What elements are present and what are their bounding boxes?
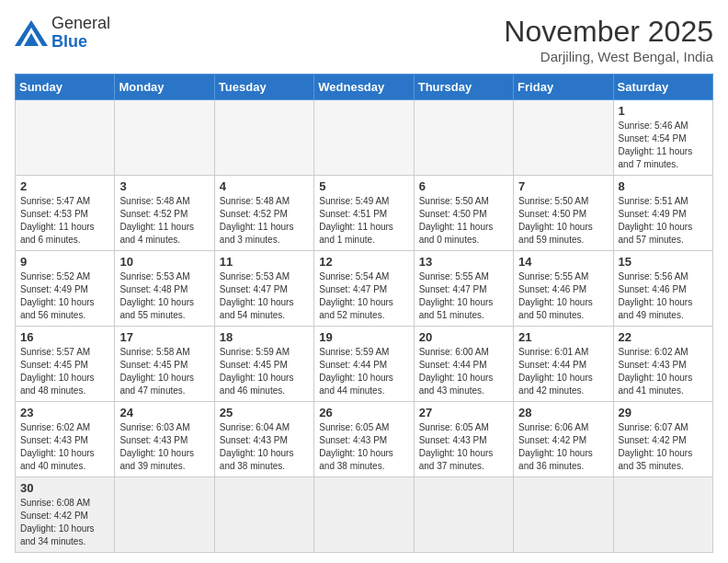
- calendar-table: SundayMondayTuesdayWednesdayThursdayFrid…: [15, 74, 713, 553]
- day-info: Sunrise: 6:00 AM Sunset: 4:44 PM Dayligh…: [419, 346, 508, 397]
- calendar-day-1-3: 5Sunrise: 5:49 AM Sunset: 4:51 PM Daylig…: [314, 176, 414, 251]
- day-number: 19: [319, 330, 408, 344]
- calendar-day-0-2: [214, 100, 313, 176]
- logo: GeneralBlue: [15, 15, 110, 52]
- day-number: 4: [220, 179, 309, 193]
- day-info: Sunrise: 6:02 AM Sunset: 4:43 PM Dayligh…: [20, 421, 109, 473]
- calendar-day-0-5: [514, 100, 613, 176]
- calendar-day-3-2: 18Sunrise: 5:59 AM Sunset: 4:45 PM Dayli…: [214, 327, 313, 402]
- calendar-day-2-2: 11Sunrise: 5:53 AM Sunset: 4:47 PM Dayli…: [214, 251, 313, 327]
- calendar-day-2-3: 12Sunrise: 5:54 AM Sunset: 4:47 PM Dayli…: [314, 251, 414, 327]
- calendar-day-1-1: 3Sunrise: 5:48 AM Sunset: 4:52 PM Daylig…: [115, 176, 214, 251]
- day-info: Sunrise: 5:50 AM Sunset: 4:50 PM Dayligh…: [518, 195, 608, 247]
- day-number: 5: [319, 179, 408, 193]
- calendar-day-1-4: 6Sunrise: 5:50 AM Sunset: 4:50 PM Daylig…: [414, 176, 513, 251]
- day-info: Sunrise: 5:47 AM Sunset: 4:53 PM Dayligh…: [20, 195, 109, 247]
- day-number: 11: [220, 255, 309, 269]
- calendar-day-3-1: 17Sunrise: 5:58 AM Sunset: 4:45 PM Dayli…: [115, 327, 214, 402]
- day-info: Sunrise: 5:55 AM Sunset: 4:46 PM Dayligh…: [518, 270, 608, 322]
- calendar-day-2-0: 9Sunrise: 5:52 AM Sunset: 4:49 PM Daylig…: [16, 251, 115, 327]
- day-header-wednesday: Wednesday: [314, 75, 414, 100]
- calendar-week-3: 16Sunrise: 5:57 AM Sunset: 4:45 PM Dayli…: [16, 327, 713, 402]
- day-number: 10: [119, 255, 209, 269]
- day-info: Sunrise: 6:01 AM Sunset: 4:44 PM Dayligh…: [518, 346, 608, 397]
- calendar-day-5-0: 30Sunrise: 6:08 AM Sunset: 4:42 PM Dayli…: [16, 477, 115, 553]
- day-number: 6: [419, 179, 508, 193]
- day-info: Sunrise: 6:06 AM Sunset: 4:42 PM Dayligh…: [518, 421, 608, 473]
- day-number: 15: [619, 255, 708, 269]
- day-number: 3: [119, 179, 209, 193]
- day-info: Sunrise: 6:05 AM Sunset: 4:43 PM Dayligh…: [419, 421, 508, 473]
- day-info: Sunrise: 5:53 AM Sunset: 4:48 PM Dayligh…: [119, 270, 209, 322]
- day-number: 27: [419, 406, 508, 419]
- day-number: 25: [220, 406, 309, 419]
- day-info: Sunrise: 5:50 AM Sunset: 4:50 PM Dayligh…: [419, 195, 508, 247]
- day-number: 28: [518, 406, 608, 419]
- day-info: Sunrise: 5:59 AM Sunset: 4:45 PM Dayligh…: [220, 346, 309, 397]
- day-number: 30: [20, 481, 109, 495]
- calendar-day-0-6: 1Sunrise: 5:46 AM Sunset: 4:54 PM Daylig…: [613, 100, 712, 176]
- day-info: Sunrise: 5:52 AM Sunset: 4:49 PM Dayligh…: [20, 270, 109, 322]
- calendar-day-3-0: 16Sunrise: 5:57 AM Sunset: 4:45 PM Dayli…: [16, 327, 115, 402]
- location: Darjiling, West Bengal, India: [504, 49, 713, 64]
- day-number: 29: [619, 406, 708, 419]
- day-info: Sunrise: 5:59 AM Sunset: 4:44 PM Dayligh…: [319, 346, 408, 397]
- day-info: Sunrise: 5:48 AM Sunset: 4:52 PM Dayligh…: [119, 195, 209, 247]
- calendar-week-1: 2Sunrise: 5:47 AM Sunset: 4:53 PM Daylig…: [16, 176, 713, 251]
- page-header: GeneralBlue November 2025 Darjiling, Wes…: [15, 15, 713, 64]
- calendar-day-4-4: 27Sunrise: 6:05 AM Sunset: 4:43 PM Dayli…: [414, 402, 513, 477]
- calendar-day-3-3: 19Sunrise: 5:59 AM Sunset: 4:44 PM Dayli…: [314, 327, 414, 402]
- day-number: 24: [119, 406, 209, 419]
- day-number: 14: [518, 255, 608, 269]
- day-number: 8: [619, 179, 708, 193]
- day-info: Sunrise: 5:48 AM Sunset: 4:52 PM Dayligh…: [220, 195, 309, 247]
- calendar-day-1-2: 4Sunrise: 5:48 AM Sunset: 4:52 PM Daylig…: [214, 176, 313, 251]
- day-header-tuesday: Tuesday: [214, 75, 313, 100]
- day-info: Sunrise: 6:05 AM Sunset: 4:43 PM Dayligh…: [319, 421, 408, 473]
- calendar-day-2-5: 14Sunrise: 5:55 AM Sunset: 4:46 PM Dayli…: [514, 251, 613, 327]
- calendar-day-5-1: [115, 477, 214, 553]
- day-header-monday: Monday: [115, 75, 214, 100]
- month-title: November 2025: [504, 15, 713, 49]
- day-header-saturday: Saturday: [613, 75, 712, 100]
- day-info: Sunrise: 6:03 AM Sunset: 4:43 PM Dayligh…: [119, 421, 209, 473]
- day-header-thursday: Thursday: [414, 75, 513, 100]
- day-info: Sunrise: 6:08 AM Sunset: 4:42 PM Dayligh…: [20, 497, 109, 548]
- calendar-day-3-6: 22Sunrise: 6:02 AM Sunset: 4:43 PM Dayli…: [613, 327, 712, 402]
- calendar-day-0-4: [414, 100, 513, 176]
- calendar-day-2-4: 13Sunrise: 5:55 AM Sunset: 4:47 PM Dayli…: [414, 251, 513, 327]
- day-number: 23: [20, 406, 109, 419]
- calendar-day-2-1: 10Sunrise: 5:53 AM Sunset: 4:48 PM Dayli…: [115, 251, 214, 327]
- day-number: 9: [20, 255, 109, 269]
- calendar-day-3-5: 21Sunrise: 6:01 AM Sunset: 4:44 PM Dayli…: [514, 327, 613, 402]
- calendar-day-1-0: 2Sunrise: 5:47 AM Sunset: 4:53 PM Daylig…: [16, 176, 115, 251]
- calendar-day-5-5: [514, 477, 613, 553]
- calendar-header-row: SundayMondayTuesdayWednesdayThursdayFrid…: [16, 75, 713, 100]
- day-info: Sunrise: 6:07 AM Sunset: 4:42 PM Dayligh…: [619, 421, 708, 473]
- day-info: Sunrise: 6:02 AM Sunset: 4:43 PM Dayligh…: [619, 346, 708, 397]
- day-number: 17: [119, 330, 209, 344]
- day-number: 16: [20, 330, 109, 344]
- logo-icon: [15, 20, 48, 46]
- day-header-friday: Friday: [514, 75, 613, 100]
- day-info: Sunrise: 5:53 AM Sunset: 4:47 PM Dayligh…: [220, 270, 309, 322]
- day-number: 7: [518, 179, 608, 193]
- calendar-body: 1Sunrise: 5:46 AM Sunset: 4:54 PM Daylig…: [16, 100, 713, 553]
- day-info: Sunrise: 6:04 AM Sunset: 4:43 PM Dayligh…: [220, 421, 309, 473]
- day-info: Sunrise: 5:49 AM Sunset: 4:51 PM Dayligh…: [319, 195, 408, 247]
- calendar-day-1-6: 8Sunrise: 5:51 AM Sunset: 4:49 PM Daylig…: [613, 176, 712, 251]
- day-number: 22: [619, 330, 708, 344]
- calendar-week-2: 9Sunrise: 5:52 AM Sunset: 4:49 PM Daylig…: [16, 251, 713, 327]
- calendar-day-5-6: [613, 477, 712, 553]
- calendar-week-0: 1Sunrise: 5:46 AM Sunset: 4:54 PM Daylig…: [16, 100, 713, 176]
- calendar-day-5-4: [414, 477, 513, 553]
- calendar-week-5: 30Sunrise: 6:08 AM Sunset: 4:42 PM Dayli…: [16, 477, 713, 553]
- day-number: 13: [419, 255, 508, 269]
- day-info: Sunrise: 5:58 AM Sunset: 4:45 PM Dayligh…: [119, 346, 209, 397]
- day-info: Sunrise: 5:51 AM Sunset: 4:49 PM Dayligh…: [619, 195, 708, 247]
- calendar-day-0-0: [16, 100, 115, 176]
- day-number: 1: [619, 104, 708, 118]
- logo-text: GeneralBlue: [51, 15, 110, 52]
- calendar-day-4-5: 28Sunrise: 6:06 AM Sunset: 4:42 PM Dayli…: [514, 402, 613, 477]
- day-info: Sunrise: 5:54 AM Sunset: 4:47 PM Dayligh…: [319, 270, 408, 322]
